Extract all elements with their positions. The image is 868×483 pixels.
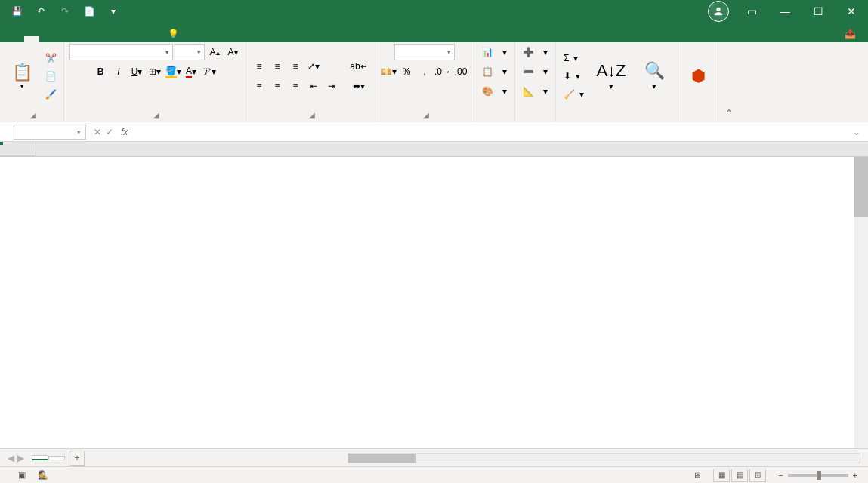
format-cells-button[interactable]: 📐 ▾: [520, 83, 551, 100]
clear-button[interactable]: 🧹▾: [561, 86, 587, 103]
font-size-dropdown[interactable]: ▾: [175, 44, 205, 60]
undo-icon[interactable]: ↶: [30, 1, 51, 22]
underline-button[interactable]: U▾: [128, 63, 145, 80]
delete-icon: ➖: [523, 66, 534, 77]
save-icon[interactable]: 💾: [6, 1, 27, 22]
bold-button[interactable]: B: [92, 63, 109, 80]
addin-icon: ⬢: [687, 66, 709, 87]
grid-rows[interactable]: [0, 157, 868, 448]
currency-icon[interactable]: 💴▾: [380, 63, 397, 80]
qat-more-icon[interactable]: ▾: [103, 1, 124, 22]
sheet-nav-next-icon[interactable]: ▶: [17, 453, 24, 463]
tab-developer[interactable]: [130, 36, 145, 42]
font-launcher[interactable]: ◢: [153, 111, 159, 119]
comma-icon[interactable]: ,: [416, 63, 433, 80]
clipboard-launcher[interactable]: ◢: [30, 111, 36, 119]
h-scrollbar-thumb[interactable]: [348, 454, 416, 463]
macro-record-icon[interactable]: ▣: [18, 470, 26, 480]
touch-mode-icon[interactable]: 📄: [79, 1, 100, 22]
share-button[interactable]: 📤: [837, 26, 863, 42]
vertical-scrollbar[interactable]: [854, 157, 868, 448]
increase-font-icon[interactable]: A▴: [206, 44, 223, 60]
sheet-tab-2[interactable]: [48, 456, 65, 460]
decrease-indent-icon[interactable]: ⇤: [305, 78, 322, 94]
sheet-tab-1[interactable]: [32, 455, 48, 460]
align-right-icon[interactable]: ≡: [287, 78, 304, 94]
cell-styles-button[interactable]: 🎨 ▾: [479, 83, 510, 100]
alignment-launcher[interactable]: ◢: [309, 111, 315, 119]
expand-formula-bar-icon[interactable]: ⌄: [853, 127, 868, 137]
percent-icon[interactable]: %: [398, 63, 415, 80]
page-break-view-button[interactable]: ⊞: [749, 469, 766, 482]
tab-view[interactable]: [115, 36, 130, 42]
number-launcher[interactable]: ◢: [423, 111, 429, 119]
zoom-in-button[interactable]: +: [853, 471, 857, 480]
format-painter-icon[interactable]: 🖌️: [42, 86, 59, 103]
tab-help[interactable]: [145, 36, 160, 42]
zoom-out-button[interactable]: −: [778, 471, 783, 480]
tell-me[interactable]: 💡: [160, 26, 191, 42]
fill-icon: ⬇: [564, 71, 571, 82]
decrease-font-icon[interactable]: A▾: [224, 44, 241, 60]
font-color-button[interactable]: A▾: [183, 63, 199, 80]
insert-cells-button[interactable]: ➕ ▾: [520, 44, 551, 60]
collapse-ribbon-button[interactable]: ⌃: [718, 42, 740, 122]
format-as-table-button[interactable]: 📋 ▾: [479, 63, 510, 80]
maximize-button[interactable]: ☐: [802, 0, 835, 23]
fill-button[interactable]: ⬇▾: [561, 68, 583, 85]
align-top-icon[interactable]: ≡: [251, 58, 267, 75]
sheet-nav-prev-icon[interactable]: ◀: [8, 453, 14, 463]
delete-cells-button[interactable]: ➖ ▾: [520, 63, 551, 80]
autosum-button[interactable]: Σ▾: [561, 50, 581, 66]
phonetic-button[interactable]: ア▾: [201, 63, 218, 80]
tab-insert[interactable]: [39, 36, 54, 42]
border-button[interactable]: ⊞▾: [147, 63, 163, 80]
align-bottom-icon[interactable]: ≡: [287, 58, 304, 75]
italic-button[interactable]: I: [110, 63, 127, 80]
addins-button[interactable]: ⬢: [683, 48, 713, 104]
new-sheet-button[interactable]: +: [70, 451, 85, 466]
cut-icon[interactable]: ✂️: [42, 50, 59, 66]
increase-indent-icon[interactable]: ⇥: [323, 78, 340, 94]
align-center-icon[interactable]: ≡: [269, 78, 286, 94]
page-layout-view-button[interactable]: ▤: [731, 469, 748, 482]
tab-review[interactable]: [100, 36, 115, 42]
increase-decimal-icon[interactable]: .0→: [434, 63, 451, 80]
account-avatar-icon[interactable]: [708, 1, 729, 22]
merge-button[interactable]: ⬌▾: [348, 78, 370, 94]
tab-file[interactable]: [9, 36, 24, 42]
number-format-dropdown[interactable]: ▾: [394, 44, 455, 60]
name-box[interactable]: ▾: [14, 125, 86, 140]
enter-formula-icon[interactable]: ✓: [106, 127, 113, 137]
conditional-formatting-button[interactable]: 📊 ▾: [479, 44, 510, 60]
scrollbar-thumb[interactable]: [854, 157, 868, 217]
tab-home[interactable]: [24, 36, 39, 42]
normal-view-button[interactable]: ▦: [713, 469, 730, 482]
display-settings-button[interactable]: 🖥: [693, 471, 701, 480]
copy-icon[interactable]: 📄: [42, 68, 59, 85]
cancel-formula-icon[interactable]: ✕: [94, 127, 101, 137]
font-name-dropdown[interactable]: ▾: [69, 44, 173, 60]
redo-icon[interactable]: ↷: [54, 1, 76, 22]
minimize-button[interactable]: —: [768, 0, 802, 23]
paste-button[interactable]: 📋 ▾: [5, 48, 39, 104]
find-select-button[interactable]: 🔍 ▾: [635, 48, 673, 104]
fill-color-button[interactable]: 🪣▾: [165, 63, 181, 80]
wrap-text-button[interactable]: ab↵: [348, 58, 370, 75]
insert-icon: ➕: [523, 47, 534, 57]
tab-formulas[interactable]: [70, 36, 85, 42]
accessibility-status[interactable]: 🕵️: [38, 470, 48, 480]
zoom-slider[interactable]: [788, 474, 848, 477]
fx-icon[interactable]: fx: [121, 127, 135, 137]
ribbon-options-icon[interactable]: ▭: [735, 0, 768, 23]
orientation-icon[interactable]: ⤢▾: [305, 58, 322, 75]
select-all-corner[interactable]: [0, 142, 36, 156]
tab-page-layout[interactable]: [54, 36, 70, 42]
decrease-decimal-icon[interactable]: .00: [453, 63, 469, 80]
close-button[interactable]: ✕: [835, 0, 868, 23]
align-middle-icon[interactable]: ≡: [269, 58, 286, 75]
align-left-icon[interactable]: ≡: [251, 78, 267, 94]
tab-data[interactable]: [85, 36, 100, 42]
horizontal-scrollbar[interactable]: [348, 453, 860, 463]
sort-filter-button[interactable]: A↓Z ▾: [590, 48, 632, 104]
